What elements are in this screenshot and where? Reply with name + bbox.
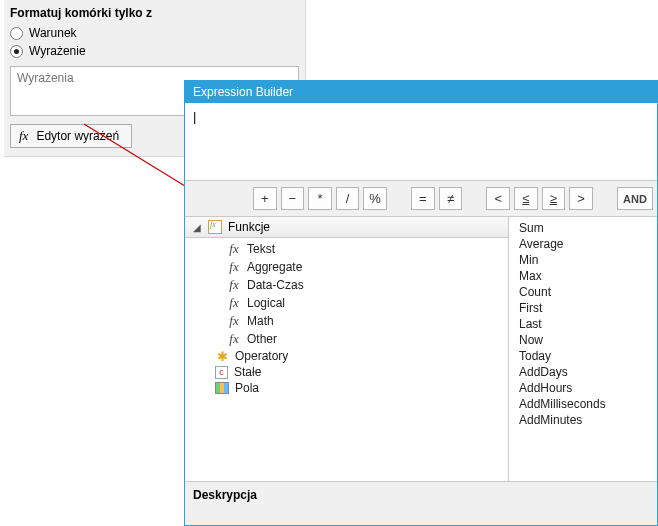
op-and-button[interactable]: AND bbox=[617, 187, 653, 210]
function-list[interactable]: SumAverageMinMaxCountFirstLastNowTodayAd… bbox=[509, 217, 657, 481]
op-gt-button[interactable]: > bbox=[569, 187, 593, 210]
tree-item[interactable]: cStałe bbox=[185, 364, 508, 380]
tree-item-label: Data-Czas bbox=[247, 278, 304, 292]
fx-icon: fx bbox=[227, 313, 241, 329]
op-neq-button[interactable]: ≠ bbox=[439, 187, 463, 210]
radio-expression-row[interactable]: Wyrażenie bbox=[10, 42, 299, 60]
op-mul-button[interactable]: * bbox=[308, 187, 332, 210]
expression-input-area: | bbox=[185, 103, 657, 181]
fields-icon bbox=[215, 382, 229, 394]
tree-root-label: Funkcje bbox=[228, 220, 270, 234]
fx-icon: fx bbox=[227, 241, 241, 257]
list-item[interactable]: AddDays bbox=[509, 364, 657, 380]
star-icon: ✱ bbox=[215, 349, 229, 363]
collapse-icon[interactable]: ◢ bbox=[191, 222, 202, 233]
tree-item-label: Logical bbox=[247, 296, 285, 310]
list-item[interactable]: Min bbox=[509, 252, 657, 268]
tree-item-label: Math bbox=[247, 314, 274, 328]
tree-item-label: Operatory bbox=[235, 349, 288, 363]
fx-icon: fx bbox=[19, 128, 28, 144]
tree-item[interactable]: Pola bbox=[185, 380, 508, 396]
window-title: Expression Builder bbox=[185, 81, 657, 103]
op-lte-button[interactable]: ≤ bbox=[514, 187, 538, 210]
op-eq-button[interactable]: = bbox=[411, 187, 435, 210]
op-pct-button[interactable]: % bbox=[363, 187, 387, 210]
expression-input[interactable]: | bbox=[191, 107, 655, 169]
tree-item-label: Pola bbox=[235, 381, 259, 395]
panel-title: Formatuj komórki tylko z bbox=[10, 4, 299, 24]
list-item[interactable]: AddMinutes bbox=[509, 412, 657, 428]
tree-item[interactable]: fxAggregate bbox=[185, 258, 508, 276]
expression-editor-button[interactable]: fx Edytor wyrażeń bbox=[10, 124, 132, 148]
tree-item-label: Aggregate bbox=[247, 260, 302, 274]
radio-condition[interactable] bbox=[10, 27, 23, 40]
fx-icon: fx bbox=[227, 277, 241, 293]
list-item[interactable]: Count bbox=[509, 284, 657, 300]
functions-icon bbox=[208, 220, 222, 234]
list-item[interactable]: AddMilliseconds bbox=[509, 396, 657, 412]
radio-condition-label: Warunek bbox=[29, 26, 77, 40]
tree-item[interactable]: fxTekst bbox=[185, 240, 508, 258]
constant-icon: c bbox=[215, 366, 228, 379]
list-item[interactable]: Now bbox=[509, 332, 657, 348]
op-gte-button[interactable]: ≥ bbox=[542, 187, 566, 210]
list-item[interactable]: Last bbox=[509, 316, 657, 332]
fx-icon: fx bbox=[227, 259, 241, 275]
list-item[interactable]: AddHours bbox=[509, 380, 657, 396]
list-item[interactable]: Average bbox=[509, 236, 657, 252]
fx-icon: fx bbox=[227, 331, 241, 347]
list-item[interactable]: First bbox=[509, 300, 657, 316]
list-item[interactable]: Sum bbox=[509, 220, 657, 236]
op-plus-button[interactable]: + bbox=[253, 187, 277, 210]
builder-body: ◢ Funkcje fxTekstfxAggregatefxData-Czasf… bbox=[185, 217, 657, 481]
list-item[interactable]: Max bbox=[509, 268, 657, 284]
expression-editor-label: Edytor wyrażeń bbox=[36, 129, 119, 143]
op-div-button[interactable]: / bbox=[336, 187, 360, 210]
list-item[interactable]: Today bbox=[509, 348, 657, 364]
fx-icon: fx bbox=[227, 295, 241, 311]
category-tree[interactable]: ◢ Funkcje fxTekstfxAggregatefxData-Czasf… bbox=[185, 217, 509, 481]
op-minus-button[interactable]: − bbox=[281, 187, 305, 210]
description-panel: Deskrypcja bbox=[185, 481, 657, 525]
radio-expression[interactable] bbox=[10, 45, 23, 58]
radio-expression-label: Wyrażenie bbox=[29, 44, 86, 58]
tree-item[interactable]: fxMath bbox=[185, 312, 508, 330]
radio-condition-row[interactable]: Warunek bbox=[10, 24, 299, 42]
tree-item-label: Tekst bbox=[247, 242, 275, 256]
tree-item[interactable]: fxData-Czas bbox=[185, 276, 508, 294]
description-label: Deskrypcja bbox=[193, 488, 257, 502]
tree-item[interactable]: ✱Operatory bbox=[185, 348, 508, 364]
tree-item[interactable]: fxOther bbox=[185, 330, 508, 348]
tree-item[interactable]: fxLogical bbox=[185, 294, 508, 312]
operator-toolbar: + − * / % = ≠ < ≤ ≥ > AND bbox=[185, 181, 657, 217]
op-lt-button[interactable]: < bbox=[486, 187, 510, 210]
tree-root[interactable]: ◢ Funkcje bbox=[185, 217, 508, 238]
tree-item-label: Stałe bbox=[234, 365, 261, 379]
tree-item-label: Other bbox=[247, 332, 277, 346]
expression-builder-window: Expression Builder | + − * / % = ≠ < ≤ ≥… bbox=[184, 80, 658, 526]
